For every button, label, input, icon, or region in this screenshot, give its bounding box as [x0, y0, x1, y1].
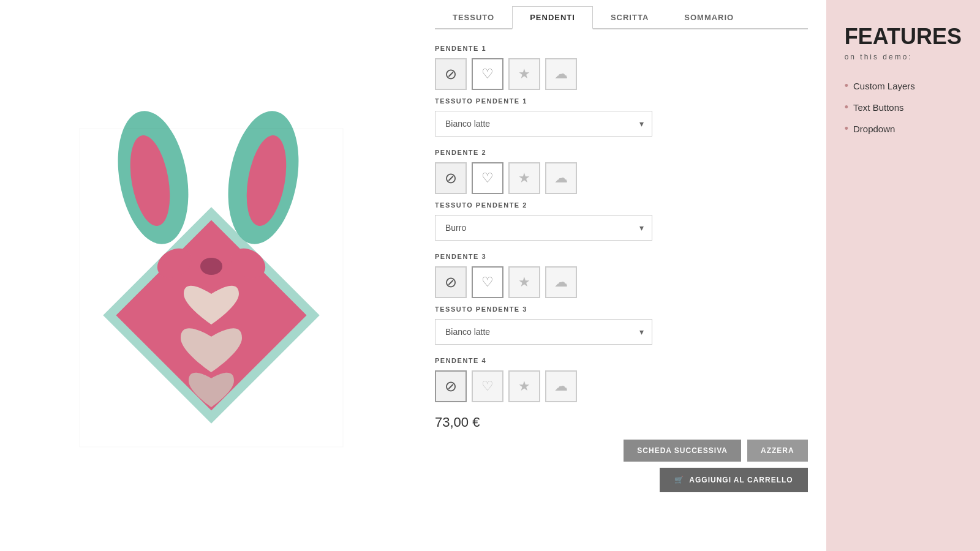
action-buttons-row1: SCHEDA SUCCESSIVA AZZERA — [435, 440, 808, 462]
pendente-2-section: PENDENTE 2 ⊘ ♡ ★ ☁ TESSUTO PENDENTE 2 Bi… — [435, 149, 808, 241]
features-title: FEATURES — [845, 24, 962, 49]
pendente-2-shape-star[interactable]: ★ — [508, 162, 540, 194]
product-image-area — [0, 0, 417, 551]
pendente-4-shape-cloud[interactable]: ☁ — [545, 370, 577, 402]
pendente-3-shape-cloud[interactable]: ☁ — [545, 266, 577, 298]
pendente-3-shape-none[interactable]: ⊘ — [435, 266, 467, 298]
tessuto-pendente-2-select[interactable]: Bianco latte Burro Rosa Verde — [435, 215, 652, 241]
tab-tessuto[interactable]: TESSUTO — [435, 6, 512, 28]
price-display: 73,00 € — [435, 414, 808, 430]
add-to-cart-button[interactable]: 🛒 AGGIUNGI AL CARRELLO — [660, 468, 807, 492]
tessuto-pendente-3-label: TESSUTO PENDENTE 3 — [435, 305, 808, 313]
pendente-2-shapes: ⊘ ♡ ★ ☁ — [435, 162, 808, 194]
pendente-3-shapes: ⊘ ♡ ★ ☁ — [435, 266, 808, 298]
cart-icon: 🛒 — [674, 476, 684, 484]
pendente-1-shape-heart[interactable]: ♡ — [472, 58, 503, 90]
pendente-4-label: PENDENTE 4 — [435, 357, 808, 364]
pendente-2-shape-cloud[interactable]: ☁ — [545, 162, 577, 194]
features-list: Custom Layers Text Buttons Dropdown — [845, 80, 962, 144]
tessuto-pendente-3-dropdown-wrapper: Bianco latte Burro Rosa Verde ▾ — [435, 319, 652, 345]
action-buttons-row2: 🛒 AGGIUNGI AL CARRELLO — [435, 468, 808, 492]
feature-item-dropdown: Dropdown — [845, 122, 962, 135]
pendente-1-section: PENDENTE 1 ⊘ ♡ ★ ☁ TESSUTO PENDENTE 1 Bi… — [435, 45, 808, 137]
tab-sommario[interactable]: SOMMARIO — [666, 6, 752, 28]
features-subtitle: on this demo: — [845, 53, 962, 61]
pendente-3-shape-star[interactable]: ★ — [508, 266, 540, 298]
svg-point-9 — [200, 258, 222, 275]
pendente-1-shape-star[interactable]: ★ — [508, 58, 540, 90]
pendente-2-shape-none[interactable]: ⊘ — [435, 162, 467, 194]
tessuto-pendente-2-label: TESSUTO PENDENTE 2 — [435, 201, 808, 209]
tab-scritta[interactable]: SCRITTA — [593, 6, 666, 28]
tessuto-pendente-1-dropdown-wrapper: Bianco latte Burro Rosa Verde ▾ — [435, 111, 652, 137]
tessuto-pendente-2-dropdown-wrapper: Bianco latte Burro Rosa Verde ▾ — [435, 215, 652, 241]
pendente-1-shape-none[interactable]: ⊘ — [435, 58, 467, 90]
main-content: TESSUTO PENDENTI SCRITTA SOMMARIO PENDEN… — [417, 0, 826, 551]
cart-button-label: AGGIUNGI AL CARRELLO — [689, 476, 793, 484]
tab-pendenti[interactable]: PENDENTI — [512, 6, 593, 29]
feature-item-custom-layers: Custom Layers — [845, 80, 962, 92]
pendente-4-shapes: ⊘ ♡ ★ ☁ — [435, 370, 808, 402]
product-image — [49, 98, 368, 453]
tessuto-pendente-1-label: TESSUTO PENDENTE 1 — [435, 97, 808, 105]
pendente-1-shape-cloud[interactable]: ☁ — [545, 58, 577, 90]
tabs-nav: TESSUTO PENDENTI SCRITTA SOMMARIO — [435, 0, 808, 29]
pendente-4-section: PENDENTE 4 ⊘ ♡ ★ ☁ — [435, 357, 808, 402]
reset-button[interactable]: AZZERA — [747, 440, 808, 462]
tessuto-pendente-1-select[interactable]: Bianco latte Burro Rosa Verde — [435, 111, 652, 137]
pendente-4-shape-none[interactable]: ⊘ — [435, 370, 467, 402]
pendente-3-label: PENDENTE 3 — [435, 253, 808, 260]
next-button[interactable]: SCHEDA SUCCESSIVA — [624, 440, 741, 462]
pendente-1-shapes: ⊘ ♡ ★ ☁ — [435, 58, 808, 90]
pendente-3-shape-heart[interactable]: ♡ — [472, 266, 503, 298]
tessuto-pendente-3-select[interactable]: Bianco latte Burro Rosa Verde — [435, 319, 652, 345]
pendente-2-shape-heart[interactable]: ♡ — [472, 162, 503, 194]
pendente-4-shape-star[interactable]: ★ — [508, 370, 540, 402]
feature-item-text-buttons: Text Buttons — [845, 101, 962, 114]
pendente-3-section: PENDENTE 3 ⊘ ♡ ★ ☁ TESSUTO PENDENTE 3 Bi… — [435, 253, 808, 345]
pendente-1-label: PENDENTE 1 — [435, 45, 808, 52]
features-sidebar: FEATURES on this demo: Custom Layers Tex… — [826, 0, 980, 551]
pendente-4-shape-heart[interactable]: ♡ — [472, 370, 503, 402]
pendente-2-label: PENDENTE 2 — [435, 149, 808, 156]
